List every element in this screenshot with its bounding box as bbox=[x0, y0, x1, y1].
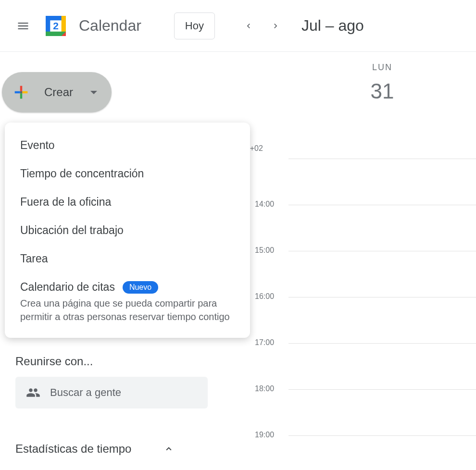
create-button[interactable]: Crear bbox=[2, 72, 112, 112]
prev-period-button[interactable] bbox=[238, 15, 259, 37]
time-grid[interactable]: 14:00 15:00 16:00 17:00 18:00 19:00 bbox=[236, 159, 476, 470]
menu-item-focus-time[interactable]: Tiempo de concentración bbox=[5, 160, 250, 188]
today-button[interactable]: Hoy bbox=[174, 12, 215, 39]
meet-with-title: Reunirse con... bbox=[15, 355, 208, 368]
menu-item-appointments-label: Calendario de citas bbox=[20, 281, 115, 294]
time-label: 14:00 bbox=[255, 200, 274, 209]
people-icon bbox=[26, 385, 40, 400]
date-range-label[interactable]: Jul – ago bbox=[301, 17, 364, 35]
create-dropdown-menu: Evento Tiempo de concentración Fuera de … bbox=[5, 123, 250, 338]
day-name-label: LUN bbox=[288, 62, 476, 73]
new-badge: Nuevo bbox=[123, 281, 158, 294]
day-number-label: 31 bbox=[288, 79, 476, 103]
plus-icon bbox=[12, 83, 31, 102]
next-period-button[interactable] bbox=[265, 15, 286, 37]
create-button-label: Crear bbox=[44, 86, 73, 99]
time-row[interactable] bbox=[236, 159, 476, 205]
search-people-input[interactable]: Buscar a gente bbox=[15, 377, 208, 408]
svg-rect-7 bbox=[20, 91, 22, 93]
time-row[interactable]: 19:00 bbox=[236, 435, 476, 470]
time-stats-section[interactable]: Estadísticas de tiempo bbox=[15, 442, 174, 456]
meet-with-section: Reunirse con... Buscar a gente bbox=[15, 355, 208, 408]
time-label: 17:00 bbox=[255, 338, 274, 347]
time-row[interactable]: 17:00 bbox=[236, 343, 476, 389]
menu-item-task[interactable]: Tarea bbox=[5, 245, 250, 273]
time-row[interactable]: 16:00 bbox=[236, 297, 476, 343]
hamburger-menu-icon[interactable] bbox=[12, 14, 35, 37]
time-label: 18:00 bbox=[255, 384, 274, 393]
time-row[interactable]: 15:00 bbox=[236, 251, 476, 297]
menu-item-event[interactable]: Evento bbox=[5, 131, 250, 160]
calendar-logo-icon: 2 bbox=[42, 12, 69, 39]
app-title: Calendar bbox=[79, 17, 141, 35]
svg-text:2: 2 bbox=[53, 20, 59, 31]
chevron-up-icon bbox=[163, 444, 174, 454]
time-row[interactable]: 14:00 bbox=[236, 205, 476, 251]
time-label: 15:00 bbox=[255, 246, 274, 255]
menu-item-out-of-office[interactable]: Fuera de la oficina bbox=[5, 188, 250, 216]
time-label: 16:00 bbox=[255, 292, 274, 301]
day-column-header[interactable]: LUN 31 bbox=[288, 62, 476, 103]
chevron-down-icon bbox=[90, 91, 97, 94]
app-header: 2 Calendar Hoy Jul – ago bbox=[0, 0, 476, 52]
nav-arrows bbox=[238, 15, 286, 37]
calendar-grid: LUN 31 T+02 14:00 15:00 16:00 17:00 18:0… bbox=[236, 62, 476, 470]
time-row[interactable]: 18:00 bbox=[236, 389, 476, 435]
time-stats-title: Estadísticas de tiempo bbox=[15, 442, 131, 456]
menu-item-work-location[interactable]: Ubicación del trabajo bbox=[5, 216, 250, 245]
menu-item-appointments-desc: Crea una página que se pueda compartir p… bbox=[5, 297, 250, 329]
time-label: 19:00 bbox=[255, 431, 274, 439]
menu-item-appointments[interactable]: Calendario de citas Nuevo bbox=[5, 273, 250, 297]
search-people-placeholder: Buscar a gente bbox=[50, 386, 121, 399]
